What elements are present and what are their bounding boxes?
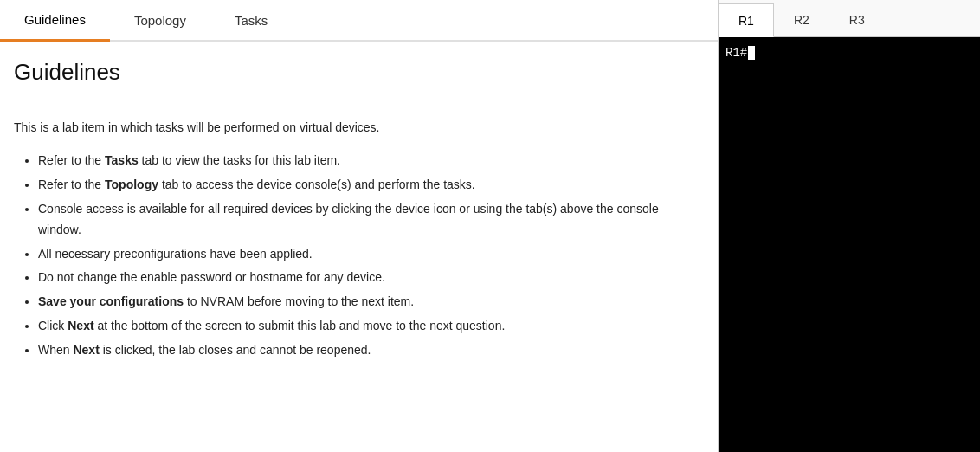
tab-r1[interactable]: R1 (719, 3, 774, 37)
list-item: Refer to the Topology tab to access the … (38, 175, 700, 196)
bold-topology: Topology (105, 178, 158, 191)
main-container: Guidelines Topology Tasks Guidelines Thi… (0, 0, 980, 452)
list-item: All necessary preconfigurations have bee… (38, 244, 700, 265)
list-item: Refer to the Tasks tab to view the tasks… (38, 151, 700, 171)
bold-save: Save your configurations (38, 294, 184, 308)
tab-topology[interactable]: Topology (110, 0, 210, 40)
bold-next-1: Next (68, 319, 93, 333)
intro-text: This is a lab item in which tasks will b… (14, 118, 700, 137)
list-item: When Next is clicked, the lab closes and… (38, 340, 700, 361)
list-item: Do not change the enable password or hos… (38, 268, 700, 288)
bold-next-2: Next (73, 343, 99, 357)
terminal-prompt-text: R1# (725, 46, 747, 60)
terminal-area[interactable]: R1# (719, 37, 980, 452)
tab-r3[interactable]: R3 (829, 3, 885, 36)
list-item: Save your configurations to NVRAM before… (38, 292, 700, 313)
left-panel: Guidelines Topology Tasks Guidelines Thi… (0, 0, 719, 452)
content-area: Guidelines This is a lab item in which t… (0, 42, 718, 452)
bold-tasks: Tasks (105, 153, 139, 167)
page-title: Guidelines (14, 59, 700, 100)
tab-r2[interactable]: R2 (774, 3, 829, 36)
terminal-cursor (748, 46, 755, 60)
left-tab-bar: Guidelines Topology Tasks (0, 0, 718, 42)
list-item: Click Next at the bottom of the screen t… (38, 316, 700, 337)
bullet-list: Refer to the Tasks tab to view the tasks… (38, 151, 700, 360)
terminal-prompt: R1# (725, 46, 973, 60)
right-panel: R1 R2 R3 R1# (719, 0, 980, 452)
tab-tasks[interactable]: Tasks (210, 0, 292, 40)
list-item: Console access is available for all requ… (38, 199, 700, 241)
right-tab-bar: R1 R2 R3 (719, 0, 980, 37)
tab-guidelines[interactable]: Guidelines (0, 0, 110, 42)
